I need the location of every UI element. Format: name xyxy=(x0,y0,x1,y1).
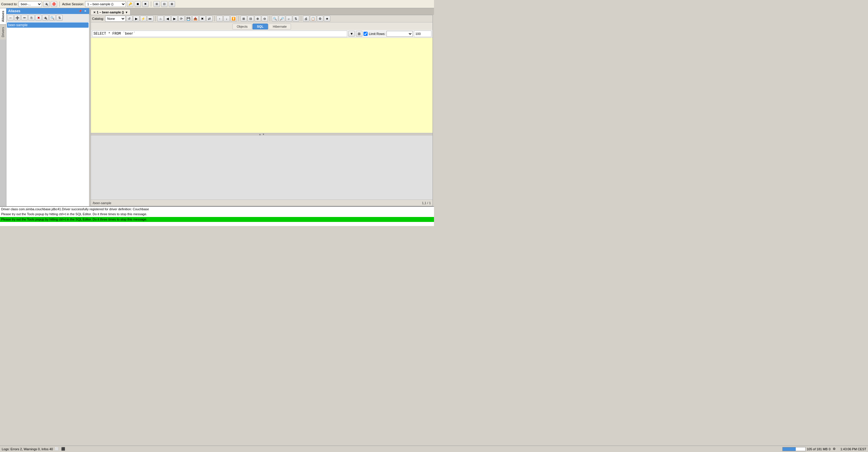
log-line-3: Please try out the Tools popup by hittin… xyxy=(0,217,434,222)
ed-execute-btn[interactable]: ▶ xyxy=(133,16,140,22)
toolbar-connect-btn[interactable]: 🔌 xyxy=(43,1,50,7)
sql-query-bar: ▼ ⊞ Limit Rows: xyxy=(91,30,433,38)
sql-input[interactable] xyxy=(92,31,347,37)
alias-connect-btn[interactable]: 🔌 xyxy=(42,15,49,21)
session-select[interactable]: 1 – beer-sample () xyxy=(85,1,126,7)
toolbar-disconnect-btn[interactable]: ⛔ xyxy=(51,1,57,7)
aliases-close-btn[interactable]: ✕ xyxy=(83,9,87,13)
sidebar-vertical-tabs: Aliases Drivers xyxy=(0,8,6,206)
editor-area: Catalog: None ↺ ▶ ⚡ ⏭ ⌂ ◀ ▶ ⟳ 💾 📤 ✖ ⇄ ↑ xyxy=(91,15,433,206)
ed-sep3 xyxy=(239,16,239,21)
tab-label: 1 – beer-sample () xyxy=(97,10,124,14)
connect-label: Connect to: xyxy=(1,2,18,6)
sep1 xyxy=(59,1,60,7)
alias-edit-btn[interactable]: ✏ xyxy=(21,15,28,21)
vtab-drivers[interactable]: Drivers xyxy=(0,25,6,40)
session-tab-bar: ✕ 1 – beer-sample () ▼ xyxy=(89,8,434,15)
cursor-pos: 1,1 / 1 xyxy=(422,201,431,205)
ed-sep1 xyxy=(155,16,156,21)
alias-sort-btn[interactable]: ⇅ xyxy=(56,15,63,21)
aliases-header-btns: 📌 ✕ xyxy=(78,9,87,13)
ed-collapse-btn[interactable]: ⊟ xyxy=(248,16,254,22)
ed-back-btn[interactable]: ◀ xyxy=(164,16,171,22)
aliases-header: Aliases 📌 ✕ xyxy=(6,8,89,14)
toolbar-new-win-btn[interactable]: ⊞ xyxy=(154,1,160,7)
ed-add-col-btn[interactable]: ⊕ xyxy=(255,16,261,22)
catalog-select[interactable]: None xyxy=(105,16,126,22)
status-path: /beer-sample xyxy=(93,201,111,205)
aliases-toolbar: ↔ ➕ ✏ ⎘ ✖ 🔌 🔍 ⇅ xyxy=(6,14,89,22)
ed-sep4 xyxy=(270,16,270,21)
sql-run-btn[interactable]: ▼ xyxy=(348,31,355,37)
alias-add-btn[interactable]: ➕ xyxy=(14,15,21,21)
ed-transfer-btn[interactable]: ⇄ xyxy=(206,16,213,22)
toolbar-abort-btn[interactable]: ✖ xyxy=(142,1,149,7)
ed-forward-btn[interactable]: ▶ xyxy=(171,16,178,22)
aliases-list: beer-sample xyxy=(6,22,89,206)
ed-refresh-btn[interactable]: ↺ xyxy=(126,16,132,22)
sub-tabs: Objects SQL Hibernate xyxy=(91,23,433,30)
aliases-pin-btn[interactable]: 📌 xyxy=(78,9,83,13)
aliases-header-left: Aliases xyxy=(8,9,21,13)
editor-toolbar: Catalog: None ↺ ▶ ⚡ ⏭ ⌂ ◀ ▶ ⟳ 💾 📤 ✖ ⇄ ↑ xyxy=(91,15,433,23)
active-session-label: Active Session: xyxy=(62,2,84,6)
tab-close-icon[interactable]: ✕ xyxy=(93,11,96,14)
aliases-title: Aliases xyxy=(8,9,21,13)
limit-checkbox[interactable] xyxy=(364,32,368,36)
ed-export-btn[interactable]: 📤 xyxy=(192,16,199,22)
status-path-bar: /beer-sample 1,1 / 1 xyxy=(91,199,433,206)
subtab-hibernate[interactable]: Hibernate xyxy=(269,24,291,29)
limit-input[interactable] xyxy=(414,31,431,37)
sql-table-btn[interactable]: ⊞ xyxy=(356,31,362,37)
bottom-log: Driver class com.simba.couchbase.jdbc41.… xyxy=(0,206,434,226)
vtab-aliases[interactable]: Aliases xyxy=(0,8,6,25)
ed-remove-col-btn[interactable]: ⊖ xyxy=(261,16,268,22)
query-result-bottom xyxy=(91,135,433,199)
ed-step-btn[interactable]: ⏭ xyxy=(147,16,154,22)
splitter-bar[interactable]: ▲ ▼ xyxy=(91,133,433,135)
ed-find-btn[interactable]: ⌕ xyxy=(286,16,292,22)
ed-reload-btn[interactable]: ⟳ xyxy=(178,16,185,22)
ed-print-btn[interactable]: 🖨 xyxy=(303,16,309,22)
toolbar-key-btn[interactable]: 🔑 xyxy=(127,1,133,7)
ed-last-btn[interactable]: ⏬ xyxy=(230,16,237,22)
ed-expand-btn[interactable]: ⊞ xyxy=(241,16,247,22)
alias-delete-btn[interactable]: ✖ xyxy=(35,15,42,21)
alias-copy-btn[interactable]: ⎘ xyxy=(28,15,35,21)
query-result-top xyxy=(91,38,433,133)
limit-select[interactable] xyxy=(386,31,413,37)
limit-label: Limit Rows: xyxy=(369,32,385,35)
alias-browse-btn[interactable]: 🔍 xyxy=(49,15,56,21)
ed-sort-btn[interactable]: ⇅ xyxy=(293,16,299,22)
ed-sep2 xyxy=(214,16,215,21)
ed-zoom-in-btn[interactable]: 🔍 xyxy=(272,16,278,22)
sep2 xyxy=(151,1,151,7)
ed-export2-btn[interactable]: 📋 xyxy=(310,16,316,22)
ed-save-btn[interactable]: 💾 xyxy=(185,16,192,22)
ed-zoom-out-btn[interactable]: 🔎 xyxy=(279,16,285,22)
catalog-label: Catalog: xyxy=(92,17,104,21)
log-line-2: Please try out the Tools popup by hittin… xyxy=(0,212,434,217)
ed-sep5 xyxy=(301,16,301,21)
subtab-objects[interactable]: Objects xyxy=(232,24,252,29)
ed-up-btn[interactable]: ↑ xyxy=(216,16,223,22)
toolbar-split-btn[interactable]: ⊟ xyxy=(161,1,167,7)
ed-home-btn[interactable]: ⌂ xyxy=(157,16,164,22)
alias-expand-btn[interactable]: ↔ xyxy=(7,15,14,21)
subtab-sql[interactable]: SQL xyxy=(252,24,268,29)
ed-delete-btn[interactable]: ✖ xyxy=(199,16,206,22)
alias-item-beer-sample[interactable]: beer-sample xyxy=(7,23,89,28)
ed-down-btn[interactable]: ↓ xyxy=(223,16,230,22)
tab-menu-icon[interactable]: ▼ xyxy=(125,11,128,14)
ed-extra-btn[interactable]: ★ xyxy=(324,16,330,22)
toolbar-stop-btn[interactable]: ⏹ xyxy=(134,1,141,7)
connect-select[interactable]: beer-... xyxy=(19,1,42,7)
main-container: Aliases Drivers Aliases 📌 ✕ ↔ ➕ ✏ ⎘ ✖ 🔌 … xyxy=(0,8,434,206)
main-right: ✕ 1 – beer-sample () ▼ Catalog: None ↺ ▶… xyxy=(89,8,434,206)
log-line-1: Driver class com.simba.couchbase.jdbc41.… xyxy=(0,207,434,212)
top-toolbar: Connect to: beer-... 🔌 ⛔ Active Session:… xyxy=(0,0,434,8)
toolbar-detach-btn[interactable]: ⊠ xyxy=(169,1,175,7)
ed-settings-btn[interactable]: ⚙ xyxy=(317,16,323,22)
ed-run-btn[interactable]: ⚡ xyxy=(140,16,147,22)
session-tab-1[interactable]: ✕ 1 – beer-sample () ▼ xyxy=(91,9,130,15)
